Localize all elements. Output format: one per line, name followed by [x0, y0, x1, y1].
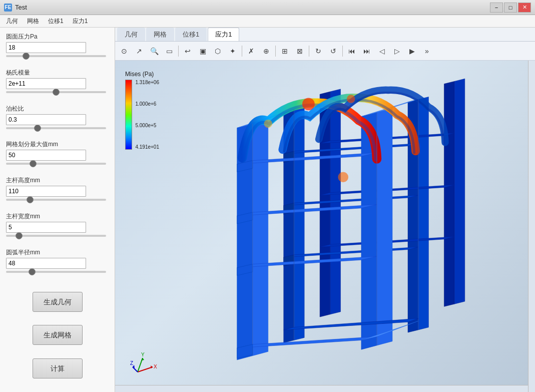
svg-text:X: X — [154, 364, 157, 369]
menu-item-disp[interactable]: 位移1 — [44, 16, 68, 27]
toolbar-sep-2 — [242, 46, 242, 57]
tb-perspective-btn[interactable]: ⊙ — [117, 44, 131, 58]
maximize-btn[interactable]: □ — [504, 3, 517, 13]
tb-more-btn[interactable]: » — [420, 44, 434, 58]
param-pressure-slider[interactable] — [6, 55, 106, 57]
svg-point-35 — [347, 95, 355, 103]
param-youngs-slider[interactable] — [6, 91, 106, 93]
param-poisson-input[interactable] — [6, 114, 86, 125]
generate-mesh-btn[interactable]: 生成网格 — [33, 325, 83, 345]
param-poisson-slider[interactable] — [6, 127, 106, 129]
param-pressure-input[interactable] — [6, 42, 86, 53]
tb-last-frame-btn[interactable]: ⏭ — [360, 44, 374, 58]
axes-indicator: X Y Z — [130, 352, 155, 377]
svg-point-34 — [302, 98, 315, 110]
param-pressure-label: 圆面压力Pa — [6, 33, 109, 41]
param-width: 主杆宽度mm — [6, 212, 109, 238]
param-height: 主杆高度mm — [6, 176, 109, 202]
close-btn[interactable]: ✕ — [518, 3, 531, 13]
tab-bar: 几何 网格 位移1 应力1 — [115, 28, 535, 42]
param-height-input[interactable] — [6, 186, 86, 197]
tb-cross-btn[interactable]: ⊠ — [293, 44, 307, 58]
menu-bar: 几何 网格 位移1 应力1 — [0, 15, 535, 28]
param-radius-label: 圆弧半径mm — [6, 248, 109, 257]
toolbar-sep-5 — [342, 46, 343, 57]
tb-hex-btn[interactable]: ⬡ — [211, 44, 225, 58]
tb-prev-frame-btn[interactable]: ◁ — [375, 44, 389, 58]
tab-mesh[interactable]: 网格 — [146, 28, 174, 41]
generate-geometry-btn[interactable]: 生成几何 — [33, 292, 83, 312]
tb-grid-btn[interactable]: ⊞ — [278, 44, 292, 58]
tab-geometry[interactable]: 几何 — [117, 28, 145, 41]
tb-rotate-ccw-btn[interactable]: ↺ — [326, 44, 340, 58]
svg-marker-7 — [444, 81, 454, 306]
tb-star-btn[interactable]: ✦ — [226, 44, 240, 58]
tb-select-btn[interactable]: ▭ — [162, 44, 176, 58]
param-radius-input[interactable] — [6, 258, 86, 269]
minimize-btn[interactable]: − — [490, 3, 503, 13]
tab-stress[interactable]: 应力1 — [208, 28, 239, 41]
svg-marker-19 — [253, 120, 268, 356]
svg-marker-4 — [418, 97, 429, 329]
param-mesh-size-label: 网格划分最大值mm — [6, 140, 109, 149]
tb-rotate-cw-btn[interactable]: ↻ — [311, 44, 325, 58]
param-mesh-size: 网格划分最大值mm — [6, 140, 109, 166]
tb-next-frame-btn[interactable]: ▷ — [390, 44, 404, 58]
toolbar-sep-1 — [178, 46, 179, 57]
param-youngs-label: 杨氏模量 — [6, 69, 109, 77]
param-width-slider[interactable] — [6, 235, 106, 237]
param-width-label: 主杆宽度mm — [6, 212, 109, 221]
menu-item-stress[interactable]: 应力1 — [69, 16, 92, 27]
tab-disp[interactable]: 位移1 — [175, 28, 207, 41]
app-icon: FE — [4, 4, 12, 12]
tb-remove-btn[interactable]: ✗ — [244, 44, 258, 58]
param-height-label: 主杆高度mm — [6, 176, 109, 185]
calculate-btn[interactable]: 计算 — [33, 358, 83, 378]
param-pressure: 圆面压力Pa — [6, 33, 109, 58]
param-mesh-size-slider[interactable] — [6, 163, 106, 165]
toolbar-sep-4 — [309, 46, 309, 57]
right-panel: 几何 网格 位移1 应力1 ⊙ ↗ 🔍 ▭ ↩ ▣ ⬡ ✦ ✗ ⊕ ⊞ ⊠ ↻ … — [115, 28, 535, 392]
tb-undo-btn[interactable]: ↩ — [181, 44, 195, 58]
title-bar: FE Test − □ ✕ — [0, 0, 535, 15]
param-mesh-size-input[interactable] — [6, 150, 86, 161]
param-poisson-label: 泊松比 — [6, 105, 109, 113]
svg-text:Y: Y — [141, 352, 145, 357]
toolbar: ⊙ ↗ 🔍 ▭ ↩ ▣ ⬡ ✦ ✗ ⊕ ⊞ ⊠ ↻ ↺ ⏮ ⏭ ◁ ▷ ▶ » — [115, 42, 535, 61]
scrollbar-vertical[interactable] — [528, 61, 535, 392]
param-poisson: 泊松比 — [6, 105, 109, 130]
param-radius-slider[interactable] — [6, 271, 106, 273]
main-layout: 圆面压力Pa 杨氏模量 泊松比 网格划分最大值mm 主杆高度mm — [0, 28, 535, 392]
svg-point-36 — [338, 172, 348, 182]
param-radius: 圆弧半径mm — [6, 248, 109, 274]
svg-marker-2 — [294, 107, 304, 340]
param-width-input[interactable] — [6, 222, 86, 233]
param-height-slider[interactable] — [6, 199, 106, 201]
tb-box-btn[interactable]: ▣ — [196, 44, 210, 58]
viewport[interactable]: Mises (Pa) 1.318e+06 1.000e+6 5.000e+5 4… — [115, 61, 535, 392]
svg-line-48 — [133, 367, 138, 372]
tb-first-frame-btn[interactable]: ⏮ — [345, 44, 359, 58]
param-youngs: 杨氏模量 — [6, 69, 109, 94]
tb-zoom-btn[interactable]: 🔍 — [147, 44, 161, 58]
menu-item-mesh[interactable]: 网格 — [23, 16, 43, 27]
svg-text:Z: Z — [130, 360, 133, 366]
menu-item-geometry[interactable]: 几何 — [2, 16, 22, 27]
svg-marker-8 — [454, 79, 465, 304]
title-text: Test — [15, 4, 490, 11]
toolbar-sep-3 — [275, 46, 276, 57]
scrollbar-horizontal[interactable] — [115, 385, 528, 392]
svg-point-37 — [264, 120, 272, 128]
param-youngs-input[interactable] — [6, 78, 86, 89]
svg-line-42 — [138, 367, 153, 372]
left-panel: 圆面压力Pa 杨氏模量 泊松比 网格划分最大值mm 主杆高度mm — [0, 28, 115, 392]
tb-fit-btn[interactable]: ↗ — [132, 44, 146, 58]
viewport-svg — [115, 61, 535, 392]
svg-marker-46 — [141, 358, 144, 360]
tb-play-btn[interactable]: ▶ — [405, 44, 419, 58]
window-controls: − □ ✕ — [490, 3, 531, 13]
tb-add-btn[interactable]: ⊕ — [259, 44, 273, 58]
